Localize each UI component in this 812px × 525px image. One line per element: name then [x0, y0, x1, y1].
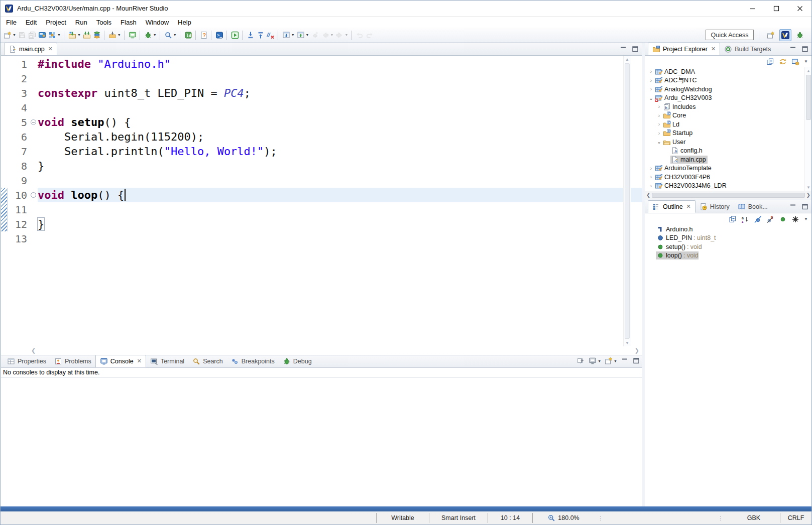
- code-line-2[interactable]: 2: [1, 71, 642, 86]
- display-selected-console-icon[interactable]: [589, 357, 597, 365]
- code-line-5[interactable]: 5void setup() {: [1, 115, 642, 129]
- explorer-tab-build-targets[interactable]: Build Targets: [720, 43, 775, 55]
- minimize-view-icon[interactable]: [621, 357, 629, 365]
- tree-item-adc-dma[interactable]: ›CADC_DMA: [645, 67, 812, 76]
- expander-icon[interactable]: ›: [648, 166, 654, 171]
- view-settings-icon[interactable]: [791, 58, 799, 66]
- expander-icon[interactable]: ⌄: [648, 95, 654, 101]
- tree-horizontal-scrollbar[interactable]: ❮ ❯: [645, 191, 812, 199]
- outline-item-arduino-h[interactable]: Arduino.h: [645, 225, 812, 234]
- close-tab-icon[interactable]: ✕: [48, 46, 53, 52]
- code-text[interactable]: [38, 71, 642, 86]
- tree-item-ardu-ch32v003[interactable]: ⌄CArdu_CH32V003: [645, 94, 812, 103]
- monitor-green-button[interactable]: [128, 29, 138, 41]
- expander-icon[interactable]: ›: [648, 86, 654, 92]
- code-text[interactable]: void setup() {: [38, 115, 642, 129]
- tree-item-adc-ntc[interactable]: ›CADC与NTC: [645, 76, 812, 85]
- tree-item-main-cpp[interactable]: .cmain.cpp: [645, 155, 812, 164]
- maximize-button[interactable]: [764, 1, 788, 17]
- console-tab-debug[interactable]: Debug: [279, 355, 316, 367]
- scrollbar-thumb[interactable]: [806, 75, 811, 120]
- scroll-up-icon[interactable]: ▲: [805, 67, 812, 74]
- code-text[interactable]: }: [38, 159, 642, 173]
- close-tab-icon[interactable]: ✕: [711, 46, 716, 52]
- tree-item-ld[interactable]: ›CLd: [645, 120, 812, 129]
- expander-icon[interactable]: ›: [656, 130, 662, 136]
- tree-item-config-h[interactable]: .hconfig.h: [645, 147, 812, 156]
- code-text[interactable]: [38, 231, 642, 246]
- minimize-button[interactable]: [741, 1, 764, 17]
- grid-gear-button[interactable]: ▼: [47, 29, 62, 41]
- close-tab-icon[interactable]: ✕: [137, 358, 142, 364]
- code-line-10[interactable]: 10void loop() {: [1, 188, 642, 202]
- close-button[interactable]: [788, 1, 811, 17]
- code-line-8[interactable]: 8}: [1, 159, 642, 173]
- download-button[interactable]: ▼: [107, 29, 122, 41]
- expander-icon[interactable]: ›: [648, 183, 654, 189]
- scroll-right-icon[interactable]: ❯: [806, 192, 810, 198]
- menu-flash[interactable]: Flash: [116, 18, 141, 27]
- tree-item-analogwatchdog[interactable]: ›CAnalogWatchdog: [645, 85, 812, 94]
- code-text[interactable]: void loop() {: [38, 188, 642, 202]
- code-text[interactable]: constexpr uint8_t LED_PIN = PC4;: [38, 86, 642, 100]
- scroll-left-icon[interactable]: ❮: [646, 192, 650, 198]
- scroll-down-icon[interactable]: ▼: [624, 339, 631, 346]
- tree-item-arduinotemplate[interactable]: ›CArduinoTemplate: [645, 164, 812, 173]
- new-wizard-button[interactable]: ▼: [3, 29, 17, 41]
- minimize-view-icon[interactable]: [619, 45, 627, 53]
- expander-icon[interactable]: ⌄: [656, 139, 662, 145]
- filters-icon[interactable]: [791, 215, 799, 223]
- quick-access-button[interactable]: Quick Access: [706, 30, 754, 40]
- tree-vertical-scrollbar[interactable]: ▲ ▼: [804, 67, 812, 191]
- run-button[interactable]: [230, 29, 240, 41]
- scrollbar-thumb[interactable]: [652, 193, 804, 198]
- win-up-button[interactable]: ▼: [296, 29, 310, 41]
- undo-button[interactable]: [355, 29, 365, 41]
- code-text[interactable]: [38, 173, 642, 188]
- code-line-4[interactable]: 4: [1, 100, 642, 115]
- console-tab-breakpoints[interactable]: Breakpoints: [227, 355, 279, 367]
- console-tab-properties[interactable]: Properties: [3, 355, 50, 367]
- help-button[interactable]: ?: [199, 29, 209, 41]
- menu-edit[interactable]: Edit: [21, 18, 41, 27]
- sort-icon[interactable]: az: [741, 215, 749, 223]
- maximize-view-icon[interactable]: [801, 203, 809, 211]
- maximize-view-icon[interactable]: [631, 45, 639, 53]
- scroll-up-icon[interactable]: ▲: [624, 56, 631, 63]
- terminal-blue-button[interactable]: >_: [214, 29, 224, 41]
- expander-icon[interactable]: ›: [656, 104, 662, 109]
- code-text[interactable]: Serial.println("Hello, World!");: [38, 144, 642, 159]
- back-star-button[interactable]: [310, 29, 320, 41]
- menu-tools[interactable]: Tools: [92, 18, 116, 27]
- outline-tab-book-[interactable]: Book...: [734, 200, 772, 213]
- code-text[interactable]: #include "Arduino.h": [38, 57, 642, 71]
- menu-window[interactable]: Window: [141, 18, 173, 27]
- code-editor[interactable]: 1#include "Arduino.h"23constexpr uint8_t…: [1, 56, 642, 346]
- code-text[interactable]: }: [38, 217, 642, 231]
- console-tab-terminal[interactable]: Terminal: [146, 355, 188, 367]
- open-console-icon[interactable]: [605, 357, 613, 365]
- scrollbar-thumb[interactable]: [625, 63, 630, 339]
- code-line-13[interactable]: 13: [1, 231, 642, 246]
- console-tab-console[interactable]: Console✕: [95, 355, 146, 367]
- code-line-1[interactable]: 1#include "Arduino.h": [1, 57, 642, 71]
- search-blue-button[interactable]: ▼: [163, 29, 178, 41]
- explorer-tab-project-explorer[interactable]: Project Explorer✕: [648, 43, 720, 55]
- expander-icon[interactable]: ›: [648, 78, 654, 83]
- code-text[interactable]: [38, 202, 642, 217]
- menu-run[interactable]: Run: [71, 18, 92, 27]
- maximize-view-icon[interactable]: [801, 45, 809, 53]
- menu-help[interactable]: Help: [173, 18, 196, 27]
- expander-icon[interactable]: ›: [648, 69, 654, 74]
- outline-item-loop-[interactable]: loop() : void: [645, 251, 812, 260]
- code-line-3[interactable]: 3constexpr uint8_t LED_PIN = PC4;: [1, 86, 642, 100]
- code-line-7[interactable]: 7 Serial.println("Hello, World!");: [1, 144, 642, 159]
- menu-project[interactable]: Project: [41, 18, 70, 27]
- view-menu-icon[interactable]: ▼: [804, 217, 808, 221]
- tree-item-core[interactable]: ›CCore: [645, 111, 812, 120]
- redo-button[interactable]: [365, 29, 375, 41]
- code-line-9[interactable]: 9: [1, 173, 642, 188]
- code-line-12[interactable]: 12}: [1, 217, 642, 231]
- step-x-button[interactable]: //: [266, 29, 276, 41]
- maximize-view-icon[interactable]: [632, 357, 640, 365]
